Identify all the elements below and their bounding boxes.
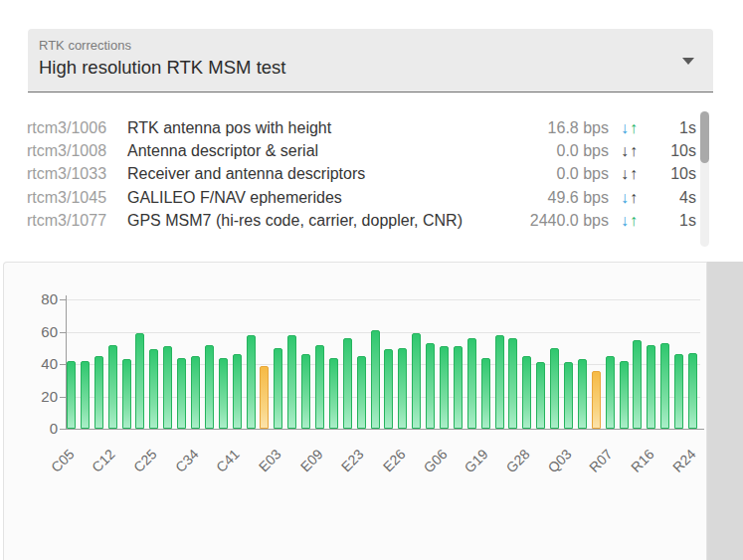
snr-bar-highlighted [592, 371, 601, 430]
snr-bar [94, 356, 103, 429]
message-interval: 10s [650, 142, 696, 160]
y-tick-label: 0 [10, 420, 58, 437]
snr-bar [163, 346, 172, 429]
rtcm-message-list: rtcm3/1006RTK antenna pos with height16.… [27, 116, 696, 232]
message-id: rtcm3/1008 [27, 142, 127, 160]
x-tick-label: R07 [573, 446, 615, 487]
snr-bar [357, 356, 366, 429]
message-list-scrollbar[interactable] [700, 111, 709, 247]
y-tick-label: 40 [10, 355, 58, 372]
arrow-down-icon: ↓ [621, 142, 630, 159]
arrow-down-icon: ↓ [621, 189, 630, 206]
traffic-arrows: ↓↑ [609, 165, 650, 183]
snr-bar [233, 354, 242, 429]
snr-bar [481, 358, 490, 430]
snr-bar [660, 343, 669, 429]
snr-bar [219, 358, 228, 430]
x-tick-label: R24 [656, 446, 698, 487]
x-axis-line [66, 429, 704, 430]
snr-bar [522, 356, 531, 429]
message-rate: 16.8 bps [548, 119, 609, 137]
status-card: 020406080C05C12C25C34C41E03E09E23E26G06G… [3, 262, 707, 560]
x-tick-label: C41 [200, 446, 242, 487]
message-name: GALILEO F/NAV ephemerides [127, 189, 548, 207]
snr-bar [274, 348, 282, 429]
snr-bar [81, 361, 90, 429]
arrow-up-icon: ↑ [630, 142, 639, 159]
traffic-arrows: ↓↑ [609, 119, 650, 137]
snr-bar [329, 358, 338, 430]
snr-bar [536, 362, 545, 429]
snr-bar [606, 356, 615, 429]
snr-bar [620, 361, 629, 429]
gridline [67, 332, 700, 333]
traffic-arrows: ↓↑ [609, 142, 650, 160]
x-tick-label: E26 [366, 446, 408, 487]
message-rate: 2440.0 bps [530, 212, 609, 230]
y-tick-label: 60 [10, 323, 58, 340]
arrow-up-icon: ↑ [630, 189, 639, 206]
snr-bar [550, 348, 559, 429]
x-tick-label: C34 [159, 446, 201, 487]
rtk-status-page: { "select": { "label": "RTK corrections"… [0, 0, 743, 560]
scrollbar-thumb[interactable] [700, 111, 709, 163]
snr-bar-highlighted [260, 366, 269, 429]
traffic-arrows: ↓↑ [609, 189, 650, 207]
message-id: rtcm3/1077 [27, 212, 127, 230]
message-rate: 0.0 bps [557, 142, 609, 160]
message-row: rtcm3/1077GPS MSM7 (hi-res code, carrier… [27, 209, 696, 232]
snr-bar [149, 349, 158, 429]
message-row: rtcm3/1006RTK antenna pos with height16.… [27, 116, 696, 139]
message-interval: 1s [650, 119, 696, 137]
snr-bar [633, 340, 642, 429]
snr-bar [343, 338, 352, 429]
snr-bar-chart: 020406080C05C12C25C34C41E03E09E23E26G06G… [4, 263, 707, 560]
message-name: RTK antenna pos with height [127, 119, 548, 137]
traffic-arrows: ↓↑ [609, 212, 650, 230]
snr-bar [398, 348, 407, 429]
message-id: rtcm3/1033 [27, 165, 127, 183]
snr-bar [454, 346, 463, 429]
message-id: rtcm3/1006 [27, 119, 127, 137]
y-tick-label: 20 [10, 388, 58, 405]
arrow-down-icon: ↓ [621, 119, 630, 136]
snr-bar [191, 356, 200, 429]
gridline [67, 299, 700, 300]
x-tick-label: G28 [490, 446, 532, 487]
snr-bar [426, 343, 435, 429]
snr-bar [412, 333, 421, 429]
message-name: Antenna descriptor & serial [127, 142, 557, 160]
snr-bar [301, 354, 310, 429]
message-row: rtcm3/1008Antenna descriptor & serial0.0… [27, 139, 696, 162]
y-tick-label: 80 [10, 290, 58, 307]
arrow-up-icon: ↑ [630, 212, 639, 229]
arrow-up-icon: ↑ [630, 119, 639, 136]
x-tick-label: R16 [615, 446, 656, 487]
snr-bar [108, 345, 117, 430]
arrow-up-icon: ↑ [630, 165, 639, 182]
message-id: rtcm3/1045 [27, 189, 127, 207]
arrow-down-icon: ↓ [621, 212, 630, 229]
select-label: RTK corrections [39, 38, 131, 53]
snr-bar [135, 333, 144, 429]
snr-bar [177, 358, 186, 430]
snr-bar [647, 345, 655, 430]
snr-bar [67, 361, 76, 429]
snr-bar [247, 335, 256, 429]
message-name: Receiver and antenna descriptors [127, 165, 557, 183]
x-tick-label: G06 [408, 446, 450, 487]
message-interval: 1s [650, 212, 696, 230]
arrow-down-icon: ↓ [621, 165, 630, 182]
snr-bar [205, 345, 214, 430]
snr-bar [371, 330, 380, 429]
snr-bar [688, 353, 697, 429]
rtk-corrections-select[interactable]: RTK corrections High resolution RTK MSM … [28, 29, 713, 93]
snr-bar [287, 335, 296, 429]
message-rate: 49.6 bps [548, 189, 609, 207]
message-row: rtcm3/1045GALILEO F/NAV ephemerides49.6 … [27, 186, 696, 209]
x-tick-label: C05 [35, 446, 77, 487]
x-tick-label: C12 [76, 446, 117, 487]
snr-bar [122, 359, 131, 429]
snr-bar [495, 335, 504, 429]
x-tick-label: E23 [324, 446, 366, 487]
